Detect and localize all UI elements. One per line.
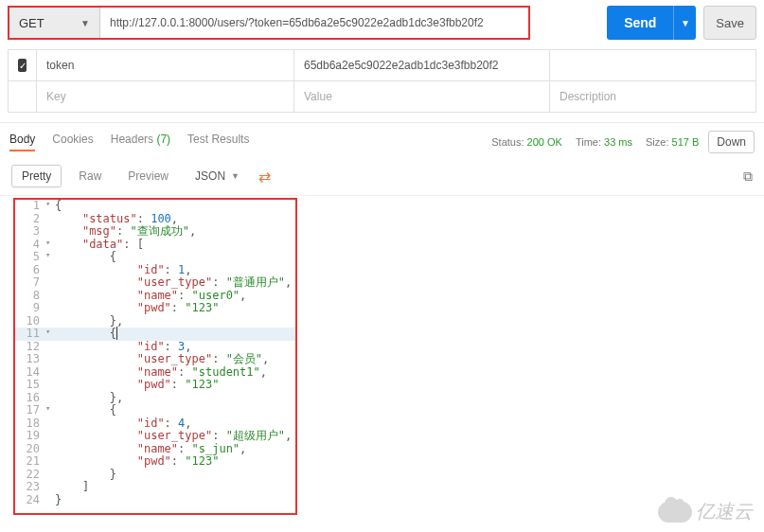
line-number: 4 [15, 239, 45, 252]
code-content: "pwd": "123" [55, 379, 219, 392]
code-content: { [55, 251, 116, 264]
code-line[interactable]: 14 "name": "student1", [15, 366, 295, 380]
code-line[interactable]: 16 }, [15, 392, 295, 405]
fold-icon [45, 481, 55, 494]
code-line[interactable]: 15 "pwd": "123" [15, 379, 295, 392]
code-line[interactable]: 22 } [15, 469, 295, 482]
method-label: GET [19, 16, 44, 30]
code-line[interactable]: 4▾ "data": [ [15, 239, 295, 252]
line-number: 17 [15, 404, 45, 417]
param-desc-placeholder[interactable]: Description [550, 81, 756, 112]
line-number: 11 [15, 328, 45, 341]
code-line[interactable]: 8 "name": "user0", [15, 290, 295, 303]
chevron-down-icon: ▼ [231, 171, 240, 181]
line-number: 5 [15, 251, 45, 264]
response-body-code[interactable]: 1▾{2 "status": 100,3 "msg": "查询成功",4▾ "d… [13, 198, 297, 515]
code-content: ] [55, 481, 89, 494]
code-line[interactable]: 2 "status": 100, [15, 213, 295, 226]
line-number: 13 [15, 353, 45, 366]
fold-icon[interactable]: ▾ [45, 251, 55, 264]
fold-icon [45, 455, 55, 469]
code-line[interactable]: 23 ] [15, 481, 295, 494]
code-line[interactable]: 5▾ { [15, 251, 295, 264]
code-line[interactable]: 7 "user_type": "普通用户", [15, 276, 295, 290]
param-key-placeholder[interactable]: Key [37, 81, 294, 112]
code-line[interactable]: 18 "id": 4, [15, 417, 295, 431]
wrap-lines-icon[interactable]: ⇄ [258, 168, 271, 186]
line-number: 8 [15, 290, 45, 303]
line-number: 6 [15, 264, 45, 277]
param-desc-cell[interactable] [550, 50, 756, 80]
fold-icon[interactable]: ▾ [45, 328, 55, 341]
tab-body[interactable]: Body [9, 133, 35, 151]
line-number: 18 [15, 417, 45, 431]
param-row: ✓ token 65db6a2e5c9022e2adb1dc3e3fbb20f2 [8, 49, 756, 80]
param-value-cell[interactable]: 65db6a2e5c9022e2adb1dc3e3fbb20f2 [294, 50, 550, 80]
copy-icon[interactable]: ⧉ [743, 168, 753, 185]
line-number: 19 [15, 430, 45, 443]
param-key-cell[interactable]: token [37, 50, 294, 80]
line-number: 14 [15, 366, 45, 380]
url-input[interactable] [100, 8, 528, 38]
code-content: "id": 1, [55, 264, 192, 277]
code-content: "name": "user0", [55, 290, 246, 303]
code-line[interactable]: 12 "id": 3, [15, 341, 295, 354]
code-line[interactable]: 20 "name": "s_jun", [15, 443, 295, 456]
code-content: }, [55, 315, 123, 328]
code-line[interactable]: 21 "pwd": "123" [15, 455, 295, 469]
code-line[interactable]: 3 "msg": "查询成功", [15, 225, 295, 239]
code-content: "user_type": "超级用户", [55, 430, 292, 443]
line-number: 2 [15, 213, 45, 226]
code-line[interactable]: 13 "user_type": "会员", [15, 353, 295, 366]
send-dropdown-button[interactable]: ▼ [673, 6, 696, 40]
fold-icon [45, 353, 55, 366]
cloud-icon [658, 502, 692, 523]
code-content: "status": 100, [55, 213, 178, 226]
param-checkbox-cell[interactable] [9, 81, 37, 112]
tab-cookies[interactable]: Cookies [52, 133, 93, 151]
code-line[interactable]: 9 "pwd": "123" [15, 302, 295, 315]
code-line[interactable]: 11▾ { [15, 328, 295, 341]
code-content: "msg": "查询成功", [55, 225, 196, 239]
body-toolbar: Pretty Raw Preview JSON ▼ ⇄ ⧉ [0, 157, 764, 196]
param-value-placeholder[interactable]: Value [294, 81, 550, 112]
fold-icon [45, 469, 55, 482]
view-preview[interactable]: Preview [118, 166, 178, 186]
code-line[interactable]: 6 "id": 1, [15, 264, 295, 277]
fold-icon [45, 276, 55, 290]
code-line[interactable]: 24} [15, 494, 295, 507]
download-button[interactable]: Down [708, 131, 755, 153]
line-number: 1 [15, 200, 45, 213]
code-content: "user_type": "会员", [55, 353, 269, 366]
time-meta: Time: 33 ms [576, 136, 632, 148]
code-line[interactable]: 1▾{ [15, 200, 295, 213]
line-number: 7 [15, 276, 45, 290]
fold-icon [45, 341, 55, 354]
format-label: JSON [195, 169, 225, 183]
http-method-select[interactable]: GET ▼ [9, 8, 100, 38]
send-button[interactable]: Send [607, 6, 673, 40]
view-pretty[interactable]: Pretty [11, 165, 62, 187]
request-bar: GET ▼ Send ▼ Save [0, 0, 764, 45]
fold-icon[interactable]: ▾ [45, 239, 55, 252]
tab-tests[interactable]: Test Results [187, 133, 249, 151]
param-checkbox-cell[interactable]: ✓ [9, 50, 37, 80]
code-line[interactable]: 10 }, [15, 315, 295, 328]
fold-icon [45, 225, 55, 239]
code-line[interactable]: 17▾ { [15, 404, 295, 417]
method-url-group: GET ▼ [8, 6, 530, 40]
view-raw[interactable]: Raw [69, 166, 111, 186]
tab-headers[interactable]: Headers (7) [111, 133, 170, 151]
code-content: "id": 3, [55, 341, 192, 354]
fold-icon[interactable]: ▾ [45, 200, 55, 213]
line-number: 21 [15, 455, 45, 469]
code-content: } [55, 494, 62, 507]
fold-icon [45, 494, 55, 507]
code-content: "pwd": "123" [55, 455, 219, 469]
save-button[interactable]: Save [703, 6, 756, 40]
code-line[interactable]: 19 "user_type": "超级用户", [15, 430, 295, 443]
format-select[interactable]: JSON ▼ [186, 166, 249, 186]
response-header: Body Cookies Headers (7) Test Results St… [0, 122, 764, 157]
fold-icon[interactable]: ▾ [45, 404, 55, 417]
code-content: "name": "s_jun", [55, 443, 246, 456]
